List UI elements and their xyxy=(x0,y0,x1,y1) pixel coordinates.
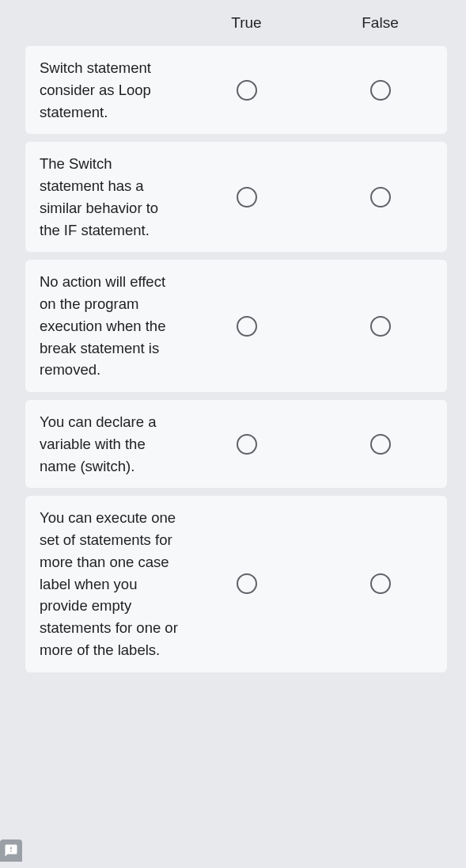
feedback-icon xyxy=(4,843,18,858)
question-row: You can execute one set of statements fo… xyxy=(25,496,447,672)
radio-false[interactable] xyxy=(370,316,391,337)
radio-cell-false xyxy=(313,187,447,207)
header-false: False xyxy=(313,14,447,32)
radio-cell-true xyxy=(180,573,313,594)
radio-cell-true xyxy=(180,80,313,101)
feedback-button[interactable] xyxy=(0,839,22,862)
radio-true[interactable] xyxy=(237,80,257,101)
quiz-grid: True False Switch statement consider as … xyxy=(0,0,466,672)
radio-true[interactable] xyxy=(237,187,257,207)
radio-cell-true xyxy=(180,187,313,207)
radio-true[interactable] xyxy=(237,573,257,594)
question-row: The Switch statement has a similar behav… xyxy=(25,142,447,252)
radio-cell-true xyxy=(180,316,313,337)
column-headers: True False xyxy=(25,0,447,46)
radio-false[interactable] xyxy=(370,573,391,594)
radio-cell-true xyxy=(180,434,313,455)
question-row: No action will effect on the program exe… xyxy=(25,260,447,392)
radio-false[interactable] xyxy=(370,434,391,455)
question-text: No action will effect on the program exe… xyxy=(40,271,180,381)
radio-cell-false xyxy=(313,316,447,337)
radio-true[interactable] xyxy=(237,434,257,455)
question-row: You can declare a variable with the name… xyxy=(25,400,447,488)
radio-cell-false xyxy=(313,573,447,594)
radio-false[interactable] xyxy=(370,80,391,101)
radio-false[interactable] xyxy=(370,187,391,207)
question-text: Switch statement consider as Loop statem… xyxy=(40,57,180,123)
radio-true[interactable] xyxy=(237,316,257,337)
header-true: True xyxy=(180,14,313,32)
question-text: The Switch statement has a similar behav… xyxy=(40,153,180,241)
question-text: You can declare a variable with the name… xyxy=(40,411,180,477)
radio-cell-false xyxy=(313,80,447,101)
question-text: You can execute one set of statements fo… xyxy=(40,507,180,661)
question-row: Switch statement consider as Loop statem… xyxy=(25,46,447,134)
radio-cell-false xyxy=(313,434,447,455)
